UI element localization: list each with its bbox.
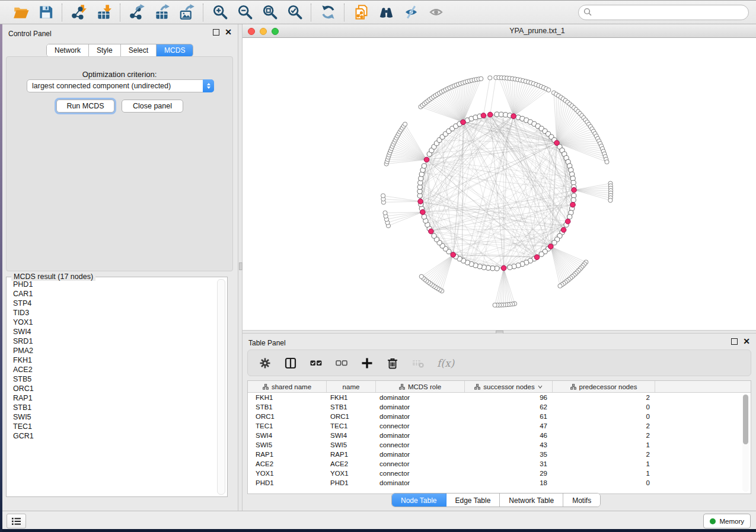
main-toolbar <box>0 0 756 24</box>
vertical-splitter[interactable] <box>238 24 243 511</box>
tab-style[interactable]: Style <box>89 44 121 56</box>
table-row[interactable]: SWI5SWI5connector431 <box>248 440 751 450</box>
list-item[interactable]: TEC1 <box>13 422 216 431</box>
criterion-value: largest connected component (undirected) <box>27 82 203 90</box>
list-item[interactable]: PMA2 <box>13 346 216 355</box>
import-network-icon[interactable] <box>70 4 88 21</box>
memory-status-icon <box>710 518 716 524</box>
list-item[interactable]: RAP1 <box>13 393 216 403</box>
table-row[interactable]: SWI4SWI4dominator462 <box>248 431 751 440</box>
save-session-icon[interactable] <box>37 4 55 21</box>
tab-network-table[interactable]: Network Table <box>500 493 563 507</box>
table-row[interactable]: FKH1FKH1dominator962 <box>248 393 751 402</box>
mcds-list-scrollbar[interactable] <box>217 279 225 495</box>
list-item[interactable]: SWI4 <box>13 327 216 336</box>
table-row[interactable]: PHD1PHD1dominator180 <box>248 478 751 488</box>
criterion-dropdown[interactable]: largest connected component (undirected) <box>27 79 214 92</box>
toolbar-separator <box>203 4 204 21</box>
node-table: shared namenameMCDS rolesuccessor nodesp… <box>247 380 751 494</box>
memory-button[interactable]: Memory <box>703 514 751 528</box>
column-panel-icon[interactable] <box>284 357 297 370</box>
float-panel-icon[interactable] <box>731 338 738 345</box>
refresh-layout-icon[interactable] <box>319 4 337 21</box>
search-input[interactable] <box>595 8 748 17</box>
column-header-predecessor-nodes[interactable]: predecessor nodes <box>553 381 655 392</box>
deselect-all-icon[interactable] <box>335 357 348 370</box>
list-item[interactable]: SRD1 <box>13 336 216 346</box>
zoom-out-icon[interactable] <box>236 4 254 21</box>
mcds-result-group: MCDS result (17 nodes) PHD1CAR1STP4TID3Y… <box>6 277 228 497</box>
list-item[interactable]: ACE2 <box>13 365 216 374</box>
search-box[interactable] <box>578 5 749 20</box>
close-panel-button[interactable]: Close panel <box>122 100 183 113</box>
run-mcds-button[interactable]: Run MCDS <box>56 100 114 113</box>
table-row[interactable]: ACE2ACE2connector311 <box>248 459 751 469</box>
list-item[interactable]: FKH1 <box>13 355 216 365</box>
tab-network[interactable]: Network <box>47 44 89 56</box>
list-item[interactable]: SWI5 <box>13 412 216 422</box>
table-row[interactable]: RAP1RAP1dominator352 <box>248 450 751 459</box>
close-panel-icon[interactable]: ✕ <box>743 338 750 345</box>
toolbar-separator <box>344 4 345 21</box>
tab-motifs[interactable]: Motifs <box>563 493 600 507</box>
table-row[interactable]: STB1STB1dominator620 <box>248 402 751 412</box>
copy-share-document-icon[interactable] <box>352 4 370 21</box>
select-all-icon[interactable] <box>310 357 323 370</box>
column-header-name[interactable]: name <box>327 381 376 392</box>
tab-node-table[interactable]: Node Table <box>392 493 446 507</box>
export-image-icon[interactable] <box>178 4 196 21</box>
settings-gear-icon[interactable] <box>259 357 272 370</box>
export-network-icon[interactable] <box>128 4 146 21</box>
panel-menu-button[interactable] <box>7 514 26 528</box>
list-item[interactable]: TID3 <box>13 308 216 318</box>
export-table-icon[interactable] <box>153 4 171 21</box>
network-window-title: YPA_prune.txt_1 <box>243 27 756 35</box>
network-canvas[interactable] <box>243 38 756 330</box>
list-item[interactable]: ORC1 <box>13 384 216 393</box>
open-folder-icon[interactable] <box>12 4 30 21</box>
network-window-titlebar: YPA_prune.txt_1 <box>243 24 756 38</box>
zoom-selected-icon[interactable] <box>286 4 304 21</box>
list-item[interactable]: CAR1 <box>13 289 216 299</box>
scrollbar-thumb[interactable] <box>743 395 748 444</box>
table-tabs: Node TableEdge TableNetwork TableMotifs <box>391 493 601 507</box>
function-builder-icon[interactable]: f(x) <box>437 357 454 369</box>
tab-select[interactable]: Select <box>121 44 157 56</box>
column-header-successor-nodes[interactable]: successor nodes <box>465 381 553 392</box>
table-row[interactable]: YOX1YOX1connector291 <box>248 469 751 478</box>
float-panel-icon[interactable] <box>213 29 219 36</box>
list-item[interactable]: STB5 <box>13 374 216 384</box>
add-column-icon[interactable] <box>361 357 374 370</box>
list-item[interactable]: YOX1 <box>13 318 216 327</box>
zoom-fit-icon[interactable] <box>261 4 279 21</box>
list-item[interactable]: STB1 <box>13 403 216 412</box>
toolbar-separator <box>311 4 312 21</box>
tab-mcds[interactable]: MCDS <box>157 44 193 56</box>
table-scrollbar[interactable] <box>742 394 749 492</box>
mcds-tab-content: Optimization criterion: largest connecte… <box>6 56 233 271</box>
dropdown-stepper-icon <box>203 79 214 92</box>
close-panel-icon[interactable]: ✕ <box>225 29 232 36</box>
criterion-label: Optimization criterion: <box>7 70 232 79</box>
column-header-MCDS-role[interactable]: MCDS role <box>376 381 465 392</box>
list-item[interactable]: PHD1 <box>13 280 216 289</box>
column-header-shared-name[interactable]: shared name <box>248 381 327 392</box>
table-row[interactable]: TEC1TEC1connector472 <box>248 421 751 431</box>
mcds-result-list: PHD1CAR1STP4TID3YOX1SWI4SRD1PMA2FKH1ACE2… <box>7 280 216 495</box>
control-panel: Control Panel ✕ NetworkStyleSelectMCDS O… <box>2 24 238 511</box>
find-binoculars-icon[interactable] <box>377 4 395 21</box>
tab-edge-table[interactable]: Edge Table <box>446 493 500 507</box>
import-table-icon[interactable] <box>95 4 113 21</box>
search-icon <box>583 8 592 18</box>
zoom-in-icon[interactable] <box>211 4 229 21</box>
toggle-graphics-details-icon[interactable] <box>402 4 420 21</box>
delete-column-icon[interactable] <box>386 357 399 370</box>
list-item[interactable]: STP4 <box>13 299 216 308</box>
list-item[interactable]: GCR1 <box>13 431 216 441</box>
table-row[interactable]: ORC1ORC1dominator610 <box>248 412 751 421</box>
network-graph <box>243 38 756 330</box>
delete-table-icon <box>412 357 425 370</box>
table-toolbar: f(x) <box>247 350 751 376</box>
list-icon <box>11 517 21 525</box>
control-panel-tabs: NetworkStyleSelectMCDS <box>46 44 193 57</box>
